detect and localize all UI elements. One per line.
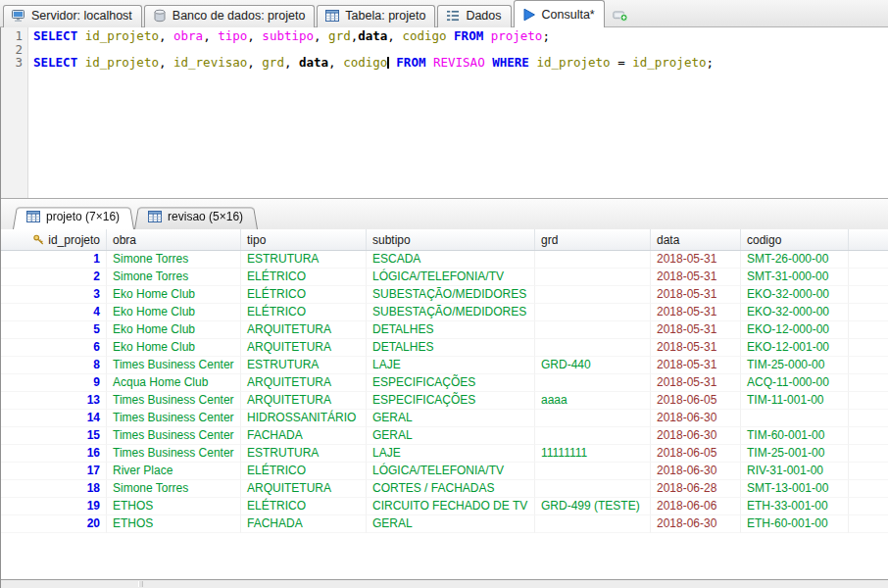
cell-codigo[interactable]: EKO-32-000-00 [741, 286, 849, 304]
cell-id-projeto[interactable]: 5 [1, 321, 107, 339]
cell-tipo[interactable]: ARQUITETURA [241, 321, 367, 339]
cell-obra[interactable]: Times Business Center [107, 410, 241, 427]
cell-data[interactable]: 2018-06-06 [651, 498, 741, 515]
cell-grd[interactable] [535, 515, 651, 533]
cell-tipo[interactable]: ELÉTRICO [241, 269, 367, 286]
result-tab-projeto-7-16[interactable]: projeto (7×16) [13, 206, 134, 229]
cell-tipo[interactable]: ARQUITETURA [241, 480, 367, 498]
cell-codigo[interactable]: EKO-32-000-00 [741, 304, 849, 321]
cell-tipo[interactable]: ELÉTRICO [241, 463, 367, 480]
cell-id-projeto[interactable]: 8 [1, 357, 107, 374]
cell-tipo[interactable]: ELÉTRICO [241, 304, 367, 321]
cell-tipo[interactable]: FACHADA [241, 427, 367, 445]
table-row[interactable]: 5Eko Home ClubARQUITETURADETALHES2018-05… [1, 321, 888, 339]
cell-grd[interactable]: GRD-499 (TESTE) [535, 498, 651, 515]
cell-codigo[interactable]: ETH-60-001-00 [741, 515, 849, 533]
main-tab-servidor-localhost[interactable]: Servidor: localhost [3, 5, 142, 27]
cell-obra[interactable]: Times Business Center [107, 445, 241, 463]
cell-data[interactable]: 2018-06-30 [651, 463, 741, 480]
cell-id-projeto[interactable]: 2 [1, 269, 107, 286]
cell-id-projeto[interactable]: 4 [1, 304, 107, 321]
cell-grd[interactable]: GRD-440 [535, 357, 651, 374]
cell-codigo[interactable]: EKO-12-001-00 [741, 339, 849, 357]
cell-id-projeto[interactable]: 18 [1, 480, 107, 498]
table-row[interactable]: 14Times Business CenterHIDROSSANITÁRIOGE… [1, 410, 888, 427]
cell-id-projeto[interactable]: 14 [1, 410, 107, 427]
cell-obra[interactable]: Eko Home Club [107, 339, 241, 357]
table-row[interactable]: 13Times Business CenterARQUITETURAESPECI… [1, 392, 888, 410]
main-tab-banco-de-dados-projeto[interactable]: Banco de dados: projeto [144, 5, 316, 27]
cell-grd[interactable] [535, 251, 651, 269]
cell-grd[interactable] [535, 339, 651, 357]
column-header-obra[interactable]: obra [107, 229, 241, 250]
cell-obra[interactable]: Simone Torres [107, 480, 241, 498]
cell-tipo[interactable]: ESTRUTURA [241, 251, 367, 269]
table-row[interactable]: 17River PlaceELÉTRICOLÓGICA/TELEFONIA/TV… [1, 463, 888, 480]
cell-subtipo[interactable]: GERAL [367, 410, 535, 427]
cell-obra[interactable]: Simone Torres [107, 251, 241, 269]
cell-subtipo[interactable]: LAJE [367, 445, 535, 463]
cell-tipo[interactable]: ELÉTRICO [241, 498, 367, 515]
cell-data[interactable]: 2018-05-31 [651, 339, 741, 357]
cell-codigo[interactable]: EKO-12-000-00 [741, 321, 849, 339]
cell-obra[interactable]: Eko Home Club [107, 286, 241, 304]
column-header-grd[interactable]: grd [535, 229, 651, 250]
cell-id-projeto[interactable]: 17 [1, 463, 107, 480]
main-tab-tabela-projeto[interactable]: Tabela: projeto [317, 5, 435, 27]
cell-subtipo[interactable]: LÓGICA/TELEFONIA/TV [367, 269, 535, 286]
cell-subtipo[interactable]: LAJE [367, 357, 535, 374]
cell-subtipo[interactable]: DETALHES [367, 339, 535, 357]
table-row[interactable]: 15Times Business CenterFACHADAGERAL2018-… [1, 427, 888, 445]
cell-id-projeto[interactable]: 9 [1, 374, 107, 392]
column-header-codigo[interactable]: codigo [741, 229, 849, 250]
table-row[interactable]: 2Simone TorresELÉTRICOLÓGICA/TELEFONIA/T… [1, 269, 888, 286]
table-row[interactable]: 6Eko Home ClubARQUITETURADETALHES2018-05… [1, 339, 888, 357]
cell-subtipo[interactable]: ESPECIFICAÇÕES [367, 374, 535, 392]
cell-subtipo[interactable]: ESCADA [367, 251, 535, 269]
cell-codigo[interactable] [741, 410, 849, 427]
cell-grd[interactable] [535, 286, 651, 304]
cell-obra[interactable]: Acqua Home Club [107, 374, 241, 392]
cell-grd[interactable] [535, 463, 651, 480]
cell-id-projeto[interactable]: 15 [1, 427, 107, 445]
cell-data[interactable]: 2018-06-30 [651, 410, 741, 427]
cell-data[interactable]: 2018-06-30 [651, 515, 741, 533]
cell-codigo[interactable]: ACQ-11-000-00 [741, 374, 849, 392]
cell-tipo[interactable]: ELÉTRICO [241, 286, 367, 304]
cell-data[interactable]: 2018-05-31 [651, 321, 741, 339]
cell-grd[interactable] [535, 427, 651, 445]
cell-id-projeto[interactable]: 20 [1, 515, 107, 533]
cell-tipo[interactable]: HIDROSSANITÁRIO [241, 410, 367, 427]
cell-obra[interactable]: ETHOS [107, 515, 241, 533]
result-tab-revisao-5-16[interactable]: revisao (5×16) [134, 206, 258, 229]
cell-data[interactable]: 2018-05-31 [651, 357, 741, 374]
cell-data[interactable]: 2018-06-30 [651, 427, 741, 445]
cell-subtipo[interactable]: CORTES / FACHADAS [367, 480, 535, 498]
cell-id-projeto[interactable]: 3 [1, 286, 107, 304]
cell-id-projeto[interactable]: 6 [1, 339, 107, 357]
cell-data[interactable]: 2018-06-05 [651, 392, 741, 410]
cell-data[interactable]: 2018-05-31 [651, 251, 741, 269]
cell-subtipo[interactable]: DETALHES [367, 321, 535, 339]
new-query-tab-button[interactable] [613, 7, 632, 24]
cell-data[interactable]: 2018-06-28 [651, 480, 741, 498]
cell-codigo[interactable]: TIM-60-001-00 [741, 427, 849, 445]
cell-subtipo[interactable]: SUBESTAÇÃO/MEDIDORES [367, 304, 535, 321]
cell-tipo[interactable]: ARQUITETURA [241, 339, 367, 357]
cell-subtipo[interactable]: LÓGICA/TELEFONIA/TV [367, 463, 535, 480]
table-row[interactable]: 16Times Business CenterESTRUTURALAJE1111… [1, 445, 888, 463]
sql-editor[interactable]: 123 SELECT id_projeto, obra, tipo, subti… [1, 27, 888, 199]
cell-grd[interactable] [535, 374, 651, 392]
cell-obra[interactable]: Times Business Center [107, 427, 241, 445]
cell-id-projeto[interactable]: 13 [1, 392, 107, 410]
cell-id-projeto[interactable]: 16 [1, 445, 107, 463]
column-header-tipo[interactable]: tipo [241, 229, 367, 250]
cell-codigo[interactable]: ETH-33-001-00 [741, 498, 849, 515]
cell-data[interactable]: 2018-05-31 [651, 286, 741, 304]
cell-subtipo[interactable]: ESPECIFICAÇÕES [367, 392, 535, 410]
cell-obra[interactable]: Times Business Center [107, 357, 241, 374]
cell-data[interactable]: 2018-05-31 [651, 374, 741, 392]
cell-codigo[interactable]: SMT-31-000-00 [741, 269, 849, 286]
sql-code-area[interactable]: SELECT id_projeto, obra, tipo, subtipo, … [28, 27, 888, 198]
cell-codigo[interactable]: TIM-25-001-00 [741, 445, 849, 463]
